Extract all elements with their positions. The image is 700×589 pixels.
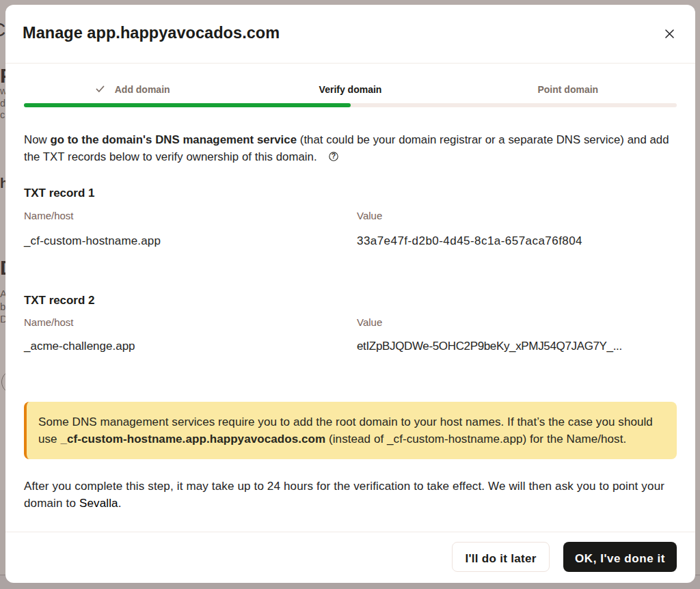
svg-text:?: ? (331, 152, 335, 160)
